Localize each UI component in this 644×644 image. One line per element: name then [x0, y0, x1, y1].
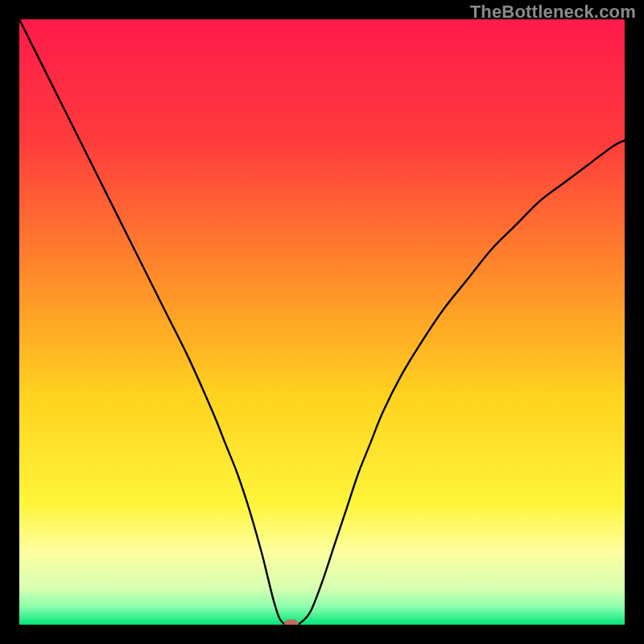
chart-frame: TheBottleneck.com: [0, 0, 644, 644]
bottleneck-curve: [19, 19, 625, 625]
plot-area: [19, 19, 625, 625]
optimal-marker: [284, 620, 299, 625]
